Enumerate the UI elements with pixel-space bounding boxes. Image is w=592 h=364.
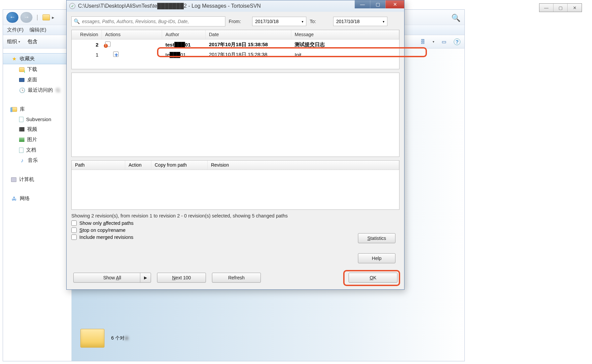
sidebar-favorites[interactable]: ★收藏夹 (3, 53, 71, 64)
sidebar-label: 图片 (27, 136, 37, 143)
maximize-button[interactable]: ▢ (370, 0, 385, 8)
sidebar-label: 桌面 (27, 77, 37, 83)
cell-actions (102, 50, 162, 59)
filter-search-box[interactable]: 🔍 (71, 16, 225, 26)
checkbox[interactable] (71, 227, 77, 233)
sidebar-video[interactable]: 视频 (3, 124, 71, 134)
sidebar-library[interactable]: 库 (3, 104, 71, 114)
revision-list[interactable]: Revision Actions Author Date Message 2 t… (71, 30, 399, 69)
sidebar-network[interactable]: 🖧网络 (3, 193, 71, 204)
col-action[interactable]: Action (125, 161, 151, 170)
chk-include-merged[interactable]: Include merged revisions (71, 235, 399, 240)
changed-files-list[interactable]: Path Action Copy from path Revision (71, 160, 399, 210)
explorer-sidebar: ★收藏夹 下载 桌面 🕓最近访问的位 库 Subversion 视频 图片 文档… (3, 49, 72, 361)
modified-icon (105, 41, 110, 47)
bg-close-button[interactable]: ✕ (568, 4, 582, 12)
sidebar-subversion[interactable]: Subversion (3, 114, 71, 124)
col-actions[interactable]: Actions (102, 30, 162, 39)
cell-revision: 1 (72, 51, 102, 59)
sidebar-computer[interactable]: 计算机 (3, 174, 71, 185)
nav-separator: │ (34, 15, 41, 20)
cell-actions (102, 40, 162, 49)
sidebar-label: 视频 (27, 126, 37, 132)
dialog-titlebar[interactable]: C:\Users\T\Desktop\AliSvnTest\te███████2… (67, 0, 404, 12)
library-icon (11, 107, 17, 112)
toolbar-include[interactable]: 包含 (27, 38, 38, 45)
to-date-picker[interactable]: 2017/10/18▾ (333, 17, 387, 26)
star-icon: ★ (11, 56, 17, 62)
sidebar-music[interactable]: ♪音乐 (3, 155, 71, 166)
col-author[interactable]: Author (162, 30, 206, 39)
cell-message: Init (291, 51, 399, 59)
col-revision[interactable]: Revision (72, 30, 102, 39)
refresh-button[interactable]: Refresh (212, 273, 261, 283)
folder-icon (43, 14, 50, 20)
pictures-icon (19, 138, 24, 142)
from-date-picker[interactable]: 2017/10/18▾ (252, 17, 306, 26)
forward-button[interactable]: → (20, 12, 32, 23)
document-icon (19, 148, 23, 153)
item-count-label: 6 个对象 (111, 335, 129, 341)
help-button[interactable]: Help (358, 253, 395, 263)
help-icon[interactable]: ? (454, 38, 460, 45)
search-icon[interactable]: 🔍 (451, 14, 460, 22)
sidebar-recent[interactable]: 🕓最近访问的位 (3, 85, 71, 95)
desktop-icon (19, 78, 24, 82)
chk-affected-paths[interactable]: Show only affected paths (71, 220, 399, 226)
from-date-value: 2017/10/18 (255, 19, 279, 24)
cell-date: 2017年10月18日 15:38:58 (206, 40, 291, 49)
bg-min-button[interactable]: — (539, 4, 553, 12)
filter-input[interactable] (82, 19, 223, 24)
sidebar-label: 库 (20, 106, 25, 112)
status-text: Showing 2 revision(s), from revision 1 t… (71, 213, 399, 218)
col-file-revision[interactable]: Revision (208, 161, 399, 170)
minimize-button[interactable]: — (355, 0, 370, 8)
checkbox[interactable] (71, 235, 77, 240)
sidebar-documents[interactable]: 文档 (3, 145, 71, 155)
sidebar-downloads[interactable]: 下载 (3, 64, 71, 75)
dropdown-arrow-icon[interactable]: ▶ (140, 273, 151, 282)
next-100-button[interactable]: Next 100 (157, 273, 206, 283)
revision-list-header: Revision Actions Author Date Message (72, 30, 399, 39)
view-mode-icon[interactable]: 🗄 (420, 39, 425, 44)
revision-row[interactable]: 2 test███01 2017年10月18日 15:38:58 测试提交日志 (72, 39, 399, 50)
dialog-title-text: C:\Users\T\Desktop\AliSvnTest\te███████2… (78, 3, 261, 9)
chk-stop-on-copy[interactable]: Stop on copy/rename (71, 227, 399, 233)
col-date[interactable]: Date (206, 30, 291, 39)
tortoisesvn-icon (69, 3, 75, 9)
sidebar-desktop[interactable]: 桌面 (3, 75, 71, 85)
toolbar-organize[interactable]: 组织 ▾ (7, 38, 20, 45)
to-label: To: (310, 19, 330, 24)
sidebar-label: 网络 (20, 195, 30, 202)
revision-row[interactable]: 1 te███01 2017年10月18日 15:28:38 Init (72, 50, 399, 60)
sidebar-label: Subversion (26, 116, 51, 122)
document-icon (19, 117, 23, 122)
chevron-down-icon: ▾ (18, 40, 20, 43)
search-icon: 🔍 (74, 18, 80, 24)
log-message-pane[interactable] (71, 73, 399, 157)
computer-icon (11, 177, 16, 182)
bg-max-button[interactable]: ▢ (553, 4, 568, 12)
cell-date: 2017年10月18日 15:28:38 (206, 50, 291, 59)
close-button[interactable]: ✕ (385, 0, 404, 8)
back-button[interactable]: ← (6, 12, 18, 23)
from-label: From: (229, 19, 249, 24)
music-icon: ♪ (19, 158, 25, 164)
col-copy-from[interactable]: Copy from path (151, 161, 208, 170)
preview-pane-icon[interactable]: ▭ (442, 39, 446, 45)
show-all-button[interactable]: Show All▶ (73, 273, 151, 283)
menu-file[interactable]: 文件(F) (7, 27, 23, 33)
statistics-button[interactable]: Statistics (358, 233, 395, 243)
video-icon (19, 127, 24, 131)
folder-info: 6 个对象 (80, 329, 129, 348)
bg-window-controls: — ▢ ✕ (539, 3, 582, 12)
col-message[interactable]: Message (291, 30, 399, 39)
log-dialog: C:\Users\T\Desktop\AliSvnTest\te███████2… (66, 0, 404, 290)
files-list-header: Path Action Copy from path Revision (72, 161, 399, 170)
menu-edit[interactable]: 编辑(E) (29, 27, 46, 33)
cell-revision: 2 (72, 40, 102, 49)
checkbox[interactable] (71, 220, 77, 226)
col-path[interactable]: Path (72, 161, 125, 170)
ok-button[interactable]: OK (349, 273, 397, 283)
sidebar-pictures[interactable]: 图片 (3, 134, 71, 145)
